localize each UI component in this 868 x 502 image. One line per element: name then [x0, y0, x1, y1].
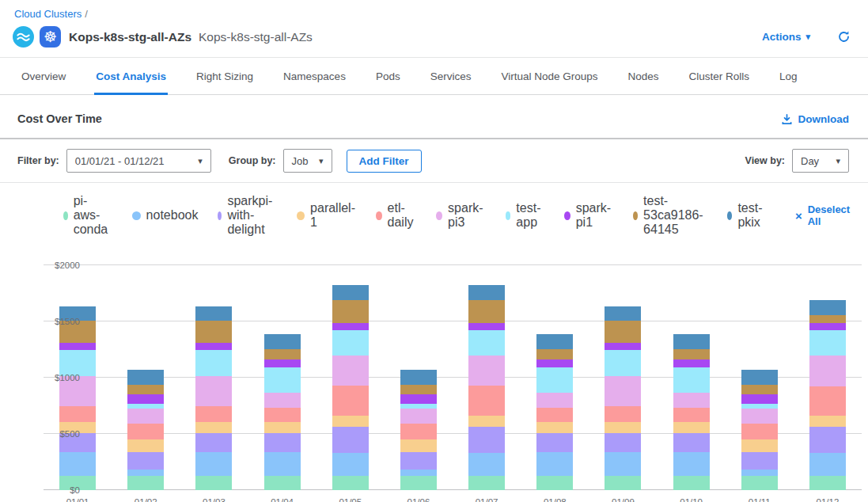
bar-segment-notebook[interactable]: [59, 452, 96, 476]
bar-segment-etl-daily[interactable]: [127, 424, 164, 440]
tab-log[interactable]: Log: [778, 58, 799, 95]
bar-segment-test-53ca9186-64145[interactable]: [400, 385, 437, 395]
add-filter-button[interactable]: Add Filter: [347, 150, 422, 173]
bar-segment-test-pkix[interactable]: [809, 300, 846, 314]
tab-overview[interactable]: Overview: [20, 58, 67, 95]
bar-segment-pi-aws-conda[interactable]: [195, 476, 232, 490]
bar-segment-test-53ca9186-64145[interactable]: [332, 300, 369, 323]
bar-segment-spark-pi1[interactable]: [536, 359, 573, 367]
bar-segment-notebook[interactable]: [332, 453, 369, 476]
bar-segment-etl-daily[interactable]: [332, 386, 369, 416]
bar-segment-spark-pi3[interactable]: [332, 356, 369, 386]
bar-segment-pi-aws-conda[interactable]: [536, 476, 573, 490]
stacked-bar-01/09[interactable]: [605, 265, 641, 490]
bar-segment-notebook[interactable]: [605, 452, 641, 476]
bar-segment-test-53ca9186-64145[interactable]: [468, 300, 505, 323]
bar-segment-spark-pi1[interactable]: [400, 394, 437, 404]
bar-segment-test-pkix[interactable]: [264, 334, 301, 348]
legend-item-notebook[interactable]: notebook: [132, 208, 199, 222]
legend-item-test-53ca9186-64145[interactable]: test-53ca9186-64145: [633, 194, 707, 237]
stacked-bar-01/07[interactable]: [468, 265, 505, 490]
bar-segment-spark-pi1[interactable]: [809, 323, 846, 330]
bar-segment-etl-daily[interactable]: [809, 386, 846, 416]
bar-segment-notebook[interactable]: [741, 470, 778, 475]
stacked-bar-01/10[interactable]: [673, 265, 710, 490]
bar-segment-pi-aws-conda[interactable]: [605, 476, 641, 490]
bar-segment-sparkpi-with-delight[interactable]: [536, 433, 573, 452]
bar-segment-parallel-1[interactable]: [468, 416, 505, 428]
bar-segment-spark-pi3[interactable]: [468, 356, 505, 386]
bar-segment-test-pkix[interactable]: [673, 334, 710, 348]
bar-segment-spark-pi3[interactable]: [127, 409, 164, 423]
stacked-bar-01/04[interactable]: [264, 265, 301, 490]
tab-nodes[interactable]: Nodes: [627, 58, 661, 95]
deselect-all-button[interactable]: × Deselect All: [795, 203, 850, 227]
bar-segment-notebook[interactable]: [536, 452, 573, 476]
bar-segment-pi-aws-conda[interactable]: [468, 476, 505, 490]
bar-segment-test-pkix[interactable]: [605, 306, 641, 321]
bar-segment-test-53ca9186-64145[interactable]: [605, 321, 641, 343]
legend-item-etl-daily[interactable]: etl-daily: [376, 201, 416, 230]
bar-segment-spark-pi1[interactable]: [673, 359, 710, 367]
date-range-select[interactable]: 01/01/21 - 01/12/21 ▾: [66, 149, 211, 173]
bar-segment-parallel-1[interactable]: [264, 422, 301, 433]
bar-segment-test-53ca9186-64145[interactable]: [127, 385, 164, 395]
stacked-bar-01/12[interactable]: [809, 265, 846, 490]
bar-segment-sparkpi-with-delight[interactable]: [195, 433, 232, 452]
bar-segment-parallel-1[interactable]: [536, 422, 573, 433]
bar-segment-spark-pi3[interactable]: [536, 393, 573, 407]
bar-segment-spark-pi1[interactable]: [741, 394, 778, 404]
tab-cluster-rolls[interactable]: Cluster Rolls: [688, 58, 752, 95]
bar-segment-spark-pi1[interactable]: [195, 343, 232, 350]
bar-segment-parallel-1[interactable]: [400, 439, 437, 452]
bar-segment-test-app[interactable]: [536, 367, 573, 394]
bar-segment-parallel-1[interactable]: [127, 439, 164, 452]
bar-segment-pi-aws-conda[interactable]: [332, 476, 369, 490]
bar-segment-notebook[interactable]: [264, 452, 301, 476]
bar-segment-test-53ca9186-64145[interactable]: [741, 385, 778, 395]
tab-right-sizing[interactable]: Right Sizing: [195, 58, 255, 95]
bar-segment-sparkpi-with-delight[interactable]: [741, 452, 778, 470]
stacked-bar-01/05[interactable]: [332, 265, 369, 490]
bar-segment-etl-daily[interactable]: [195, 406, 232, 422]
stacked-bar-01/02[interactable]: [127, 265, 164, 490]
bar-segment-test-pkix[interactable]: [468, 285, 505, 300]
bar-segment-etl-daily[interactable]: [741, 424, 778, 440]
legend-item-sparkpi-with-delight[interactable]: sparkpi-with-delight: [218, 194, 277, 237]
bar-segment-spark-pi3[interactable]: [400, 409, 437, 423]
bar-segment-notebook[interactable]: [468, 453, 505, 476]
bar-segment-etl-daily[interactable]: [400, 424, 437, 440]
bar-segment-parallel-1[interactable]: [332, 416, 369, 428]
bar-segment-etl-daily[interactable]: [264, 408, 301, 422]
bar-segment-spark-pi3[interactable]: [809, 356, 846, 386]
bar-segment-notebook[interactable]: [127, 470, 164, 475]
bar-segment-etl-daily[interactable]: [468, 386, 505, 416]
bar-segment-parallel-1[interactable]: [741, 439, 778, 452]
legend-item-spark-pi3[interactable]: spark-pi3: [436, 201, 485, 230]
bar-segment-test-app[interactable]: [673, 367, 710, 394]
bar-segment-test-app[interactable]: [332, 330, 369, 355]
bar-segment-sparkpi-with-delight[interactable]: [605, 433, 641, 452]
bar-segment-test-app[interactable]: [468, 330, 505, 355]
bar-segment-sparkpi-with-delight[interactable]: [264, 433, 301, 452]
tab-virtual-node-groups[interactable]: Virtual Node Groups: [499, 58, 599, 95]
bar-segment-etl-daily[interactable]: [59, 406, 96, 422]
bar-segment-pi-aws-conda[interactable]: [127, 476, 164, 490]
legend-item-parallel-1[interactable]: parallel-1: [297, 201, 356, 230]
download-button[interactable]: Download: [781, 113, 850, 125]
bar-segment-test-pkix[interactable]: [400, 370, 437, 384]
stacked-bar-01/03[interactable]: [195, 265, 232, 490]
bar-segment-spark-pi1[interactable]: [332, 323, 369, 330]
bar-segment-spark-pi1[interactable]: [605, 343, 641, 350]
tab-pods[interactable]: Pods: [374, 58, 402, 95]
bar-segment-test-app[interactable]: [195, 350, 232, 376]
stacked-bar-01/06[interactable]: [400, 265, 437, 490]
bar-segment-spark-pi1[interactable]: [468, 323, 505, 330]
bar-segment-test-pkix[interactable]: [332, 285, 369, 300]
bar-segment-parallel-1[interactable]: [673, 422, 710, 433]
bar-segment-parallel-1[interactable]: [605, 422, 641, 433]
bar-segment-spark-pi3[interactable]: [673, 393, 710, 407]
bar-segment-spark-pi1[interactable]: [59, 343, 96, 350]
bar-segment-etl-daily[interactable]: [673, 408, 710, 422]
bar-segment-notebook[interactable]: [400, 470, 437, 475]
